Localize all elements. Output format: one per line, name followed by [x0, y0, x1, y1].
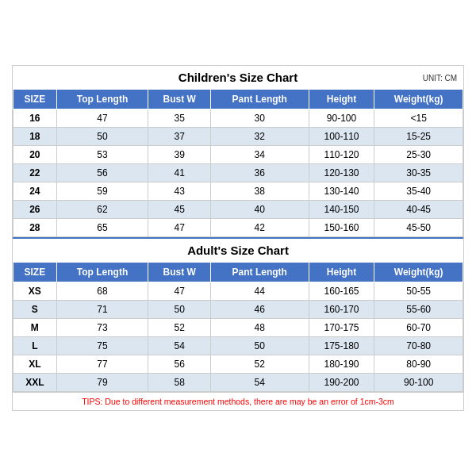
table-cell: 44 [210, 282, 309, 301]
table-row: 20533934110-12025-30 [13, 146, 463, 164]
adult-col-header-weight: Weight(kg) [374, 263, 463, 282]
table-cell: 110-120 [309, 146, 374, 164]
table-cell: 170-175 [309, 319, 374, 337]
table-cell: 50-55 [374, 282, 463, 301]
table-row: S715046160-17055-60 [13, 301, 463, 319]
adult-col-header-height: Height [309, 263, 374, 282]
table-cell: 58 [148, 374, 210, 392]
table-cell: 130-140 [309, 182, 374, 201]
table-cell: 48 [210, 319, 309, 337]
col-header-top-length: Top Length [56, 90, 148, 109]
table-cell: 54 [148, 337, 210, 355]
adult-col-header-size: SIZE [13, 263, 57, 282]
table-cell: 80-90 [374, 355, 463, 374]
table-cell: 50 [56, 128, 148, 146]
table-cell: XS [13, 282, 57, 301]
table-cell: 54 [210, 374, 309, 392]
children-header-row: SIZE Top Length Bust W Pant Length Heigh… [13, 90, 463, 109]
table-cell: 56 [148, 355, 210, 374]
table-row: 1647353090-100<15 [13, 109, 463, 128]
table-row: XXL795854190-20090-100 [13, 374, 463, 392]
table-cell: M [13, 319, 57, 337]
adult-col-header-pant-length: Pant Length [210, 263, 309, 282]
table-row: L755450175-18070-80 [13, 337, 463, 355]
table-row: XL775652180-19080-90 [13, 355, 463, 374]
adult-col-header-bust-w: Bust W [148, 263, 210, 282]
table-cell: 34 [210, 146, 309, 164]
table-cell: 47 [148, 282, 210, 301]
adult-title-text: Adult's Size Chart [187, 244, 289, 257]
table-cell: 190-200 [309, 374, 374, 392]
table-cell: 47 [148, 219, 210, 237]
table-cell: 70-80 [374, 337, 463, 355]
tips-text: TIPS: Due to different measurement metho… [13, 392, 463, 410]
unit-label: UNIT: CM [423, 73, 457, 82]
table-cell: 42 [210, 219, 309, 237]
adult-size-table: SIZE Top Length Bust W Pant Length Heigh… [13, 262, 463, 392]
table-cell: 15-25 [374, 128, 463, 146]
table-cell: 140-150 [309, 201, 374, 219]
table-cell: 59 [56, 182, 148, 201]
table-row: 28654742150-16045-50 [13, 219, 463, 237]
table-cell: 160-165 [309, 282, 374, 301]
table-cell: 35 [148, 109, 210, 128]
table-cell: 100-110 [309, 128, 374, 146]
table-cell: 50 [148, 301, 210, 319]
table-cell: 79 [56, 374, 148, 392]
table-cell: 71 [56, 301, 148, 319]
table-cell: 37 [148, 128, 210, 146]
table-cell: 73 [56, 319, 148, 337]
table-cell: XXL [13, 374, 57, 392]
table-cell: 32 [210, 128, 309, 146]
table-row: 26624540140-15040-45 [13, 201, 463, 219]
table-cell: 39 [148, 146, 210, 164]
table-cell: 175-180 [309, 337, 374, 355]
table-cell: 45 [148, 201, 210, 219]
size-chart-container: Children's Size Chart UNIT: CM SIZE Top … [12, 65, 464, 411]
table-cell: 24 [13, 182, 57, 201]
adult-section-title: Adult's Size Chart [13, 237, 463, 262]
table-cell: 25-30 [374, 146, 463, 164]
col-header-bust-w: Bust W [148, 90, 210, 109]
table-cell: 90-100 [374, 374, 463, 392]
adult-col-header-top-length: Top Length [56, 263, 148, 282]
table-cell: 52 [148, 319, 210, 337]
table-cell: 16 [13, 109, 57, 128]
table-cell: 38 [210, 182, 309, 201]
table-cell: 120-130 [309, 164, 374, 182]
table-cell: 56 [56, 164, 148, 182]
table-cell: 40 [210, 201, 309, 219]
table-cell: XL [13, 355, 57, 374]
table-cell: 26 [13, 201, 57, 219]
table-cell: 62 [56, 201, 148, 219]
table-cell: 28 [13, 219, 57, 237]
table-cell: 68 [56, 282, 148, 301]
table-cell: 77 [56, 355, 148, 374]
table-cell: 47 [56, 109, 148, 128]
table-cell: 20 [13, 146, 57, 164]
table-cell: 52 [210, 355, 309, 374]
table-cell: 50 [210, 337, 309, 355]
table-cell: S [13, 301, 57, 319]
table-row: 18503732100-11015-25 [13, 128, 463, 146]
col-header-weight: Weight(kg) [374, 90, 463, 109]
table-row: XS684744160-16550-55 [13, 282, 463, 301]
col-header-size: SIZE [13, 90, 57, 109]
table-cell: 160-170 [309, 301, 374, 319]
table-cell: 22 [13, 164, 57, 182]
table-cell: 40-45 [374, 201, 463, 219]
table-cell: 150-160 [309, 219, 374, 237]
table-cell: L [13, 337, 57, 355]
table-row: M735248170-17560-70 [13, 319, 463, 337]
children-title-text: Children's Size Chart [178, 71, 298, 84]
table-cell: 65 [56, 219, 148, 237]
table-row: 22564136120-13030-35 [13, 164, 463, 182]
col-header-height: Height [309, 90, 374, 109]
table-cell: 41 [148, 164, 210, 182]
table-cell: 46 [210, 301, 309, 319]
adult-header-row: SIZE Top Length Bust W Pant Length Heigh… [13, 263, 463, 282]
col-header-pant-length: Pant Length [210, 90, 309, 109]
table-cell: 53 [56, 146, 148, 164]
table-cell: 36 [210, 164, 309, 182]
table-cell: 60-70 [374, 319, 463, 337]
